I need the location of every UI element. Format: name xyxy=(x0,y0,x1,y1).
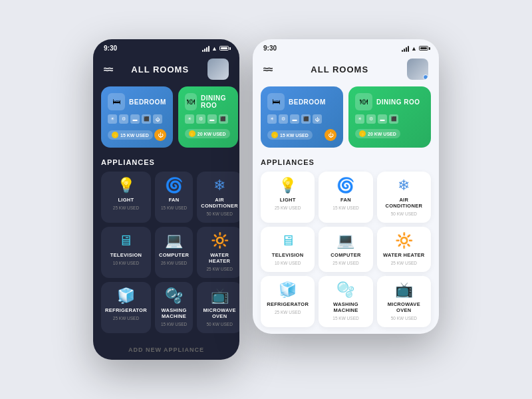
microwave-kw: 50 KW USED xyxy=(206,322,232,327)
dark-appliance-heater[interactable]: 🔆 WATER HEATER 25 KW USED xyxy=(197,227,239,278)
light-dining-header: 🍽 DINING ROO xyxy=(355,93,424,110)
device-dot-7: ⚙ xyxy=(196,114,205,124)
l-fan-icon: 🌀 xyxy=(336,178,354,193)
washer-icon: 🫧 xyxy=(165,289,183,303)
dark-add-btn[interactable]: ADD NEW APPLIANCE xyxy=(93,340,239,360)
dark-header-title: ALL ROOMS xyxy=(131,65,189,74)
dark-logo: ≈≈ xyxy=(104,64,112,74)
light-avatar[interactable] xyxy=(407,59,428,80)
dining-icon: 🍽 xyxy=(185,93,197,110)
dark-appliance-washer[interactable]: 🫧 WASHING MACHINE 15 KW USED xyxy=(155,282,193,333)
light-appliance-ac[interactable]: ❄ AIR CONDITIONER 50 KW USED xyxy=(377,172,431,223)
light-appliances-grid: 💡 LIGHT 25 KW USED 🌀 FAN 15 KW USED ❄ AI… xyxy=(253,172,439,334)
dark-avatar[interactable] xyxy=(207,59,229,80)
device-dot-9: ⬛ xyxy=(219,114,228,124)
computer-kw: 26 KW USED xyxy=(161,261,187,265)
tv-icon: 🖥 xyxy=(118,233,133,248)
dark-time: 9:30 xyxy=(104,45,117,52)
light-icon: 💡 xyxy=(117,178,135,193)
tv-kw: 10 KW USED xyxy=(113,261,139,265)
dark-bedroom-power[interactable]: ⏻ xyxy=(154,129,166,141)
light-name: LIGHT xyxy=(118,197,134,203)
dark-dining-card[interactable]: 🍽 DINING ROO ☀ ⚙ ▬ ⬛ ⚡ 20 KW USED xyxy=(178,86,238,148)
signal-icon xyxy=(202,45,209,52)
dark-appliance-tv[interactable]: 🖥 TELEVISION 10 KW USED xyxy=(101,227,151,278)
light-dining-name: DINING ROO xyxy=(376,98,420,106)
dark-appliance-fan[interactable]: 🌀 FAN 15 KW USED xyxy=(155,172,193,223)
device-dot-4: ⬛ xyxy=(142,114,151,124)
l-fridge-kw: 25 KW USED xyxy=(275,310,301,315)
l-washer-name: WASHING MACHINE xyxy=(323,301,368,313)
dark-bedroom-header: 🛏 BEDROOM xyxy=(108,93,166,110)
light-bedroom-footer: ⚡ 15 KW USED ⏻ xyxy=(267,129,336,141)
light-appliance-tv[interactable]: 🖥 TELEVISION 10 KW USED xyxy=(261,227,315,272)
l-device-dot-4: ⬛ xyxy=(301,114,311,124)
light-appliance-light[interactable]: 💡 LIGHT 25 KW USED xyxy=(261,172,315,223)
dark-appliance-light[interactable]: 💡 LIGHT 25 KW USED xyxy=(101,172,151,223)
light-kw-lightning: ⚡ xyxy=(271,132,278,138)
light-bedroom-name: BEDROOM xyxy=(289,98,326,106)
l-computer-kw: 25 KW USED xyxy=(332,261,358,265)
l-fan-kw: 15 KW USED xyxy=(332,205,358,210)
dark-bedroom-devices: ☀ ⚙ ▬ ⬛ ⏻ xyxy=(108,114,166,124)
light-time: 9:30 xyxy=(263,45,277,52)
light-dining-card[interactable]: 🍽 DINING ROO ☀ ⚙ ▬ ⬛ ⚡ 20 KW USED xyxy=(348,86,431,148)
computer-name: COMPUTER xyxy=(159,252,189,258)
heater-icon: 🔆 xyxy=(211,233,229,248)
fan-name: FAN xyxy=(169,197,180,203)
device-dot-3: ▬ xyxy=(130,114,140,124)
dark-bedroom-card[interactable]: 🛏 BEDROOM ☀ ⚙ ▬ ⬛ ⏻ ⚡ 15 KW USED ⏻ xyxy=(101,86,173,148)
l-light-icon: 💡 xyxy=(279,178,297,193)
light-kw: 25 KW USED xyxy=(113,205,139,210)
ac-icon: ❄ xyxy=(213,178,225,193)
device-dot-8: ▬ xyxy=(207,114,217,124)
wifi-icon: ▲ xyxy=(211,45,217,52)
light-dining-footer: ⚡ 20 KW USED xyxy=(355,129,424,138)
light-status-icons: ▲ xyxy=(402,45,428,52)
l-device-dot-6: ☀ xyxy=(355,114,364,124)
dark-bedroom-name: BEDROOM xyxy=(129,98,166,106)
bedroom-icon: 🛏 xyxy=(108,93,125,110)
light-bedroom-power[interactable]: ⏻ xyxy=(325,129,336,141)
dark-appliance-fridge[interactable]: 🧊 REFRIGERATOR 25 KW USED xyxy=(101,282,151,333)
microwave-name: MICROWAVE OVEN xyxy=(201,307,238,319)
l-ac-icon: ❄ xyxy=(398,178,410,193)
light-bedroom-card[interactable]: 🛏 BEDROOM ☀ ⚙ ▬ ⬛ ⏻ ⚡ 15 KW USED ⏻ xyxy=(261,86,343,148)
l-ac-kw: 50 KW USED xyxy=(391,211,417,216)
l-device-dot-8: ▬ xyxy=(378,114,387,124)
light-appliance-washer[interactable]: 🫧 WASHING MACHINE 15 KW USED xyxy=(319,276,372,327)
ac-name: AIR CONDITIONER xyxy=(201,197,238,209)
l-fan-name: FAN xyxy=(340,197,351,203)
light-appliance-heater[interactable]: 🔆 WATER HEATER 25 KW USED xyxy=(377,227,431,272)
light-appliances-title: APPLIANCES xyxy=(253,156,439,172)
light-signal-icon xyxy=(402,45,409,52)
device-dot-5: ⏻ xyxy=(153,114,162,124)
l-washer-icon: 🫧 xyxy=(336,283,354,297)
light-appliance-fridge[interactable]: 🧊 REFRIGERATOR 25 KW USED xyxy=(261,276,315,327)
l-fridge-icon: 🧊 xyxy=(279,283,297,297)
fan-icon: 🌀 xyxy=(165,178,183,193)
dark-appliance-ac[interactable]: ❄ AIR CONDITIONER 50 KW USED xyxy=(197,172,239,223)
light-appliance-fan[interactable]: 🌀 FAN 15 KW USED xyxy=(319,172,372,223)
tv-name: TELEVISION xyxy=(110,252,142,258)
fridge-kw: 25 KW USED xyxy=(113,316,139,321)
l-fridge-name: REFRIGERATOR xyxy=(267,301,309,307)
l-washer-kw: 15 KW USED xyxy=(332,316,358,321)
dark-appliances-title: APPLIANCES xyxy=(93,156,239,172)
computer-icon: 💻 xyxy=(165,233,183,248)
dark-bedroom-kw: ⚡ 15 KW USED xyxy=(108,130,153,140)
l-device-dot-1: ☀ xyxy=(267,114,277,124)
light-header-title: ALL ROOMS xyxy=(311,65,368,74)
light-appliance-microwave[interactable]: 📺 MICROWAVE OVEN 50 KW USED xyxy=(377,276,431,327)
battery-icon xyxy=(219,46,229,51)
light-appliance-computer[interactable]: 💻 COMPUTER 25 KW USED xyxy=(319,227,372,272)
light-phone: 9:30 ▲ ≈≈ ALL ROOMS xyxy=(253,39,439,334)
light-wifi-icon: ▲ xyxy=(411,45,417,52)
dark-appliance-computer[interactable]: 💻 COMPUTER 26 KW USED xyxy=(155,227,193,278)
dark-dining-kw: ⚡ 20 KW USED xyxy=(185,129,230,138)
dark-appliance-microwave[interactable]: 📺 MICROWAVE OVEN 50 KW USED xyxy=(197,282,239,333)
dark-dining-devices: ☀ ⚙ ▬ ⬛ xyxy=(185,114,231,124)
l-microwave-kw: 50 KW USED xyxy=(391,316,417,321)
dark-header: ≈≈ ALL ROOMS xyxy=(93,55,239,86)
washer-kw: 15 KW USED xyxy=(161,322,187,327)
